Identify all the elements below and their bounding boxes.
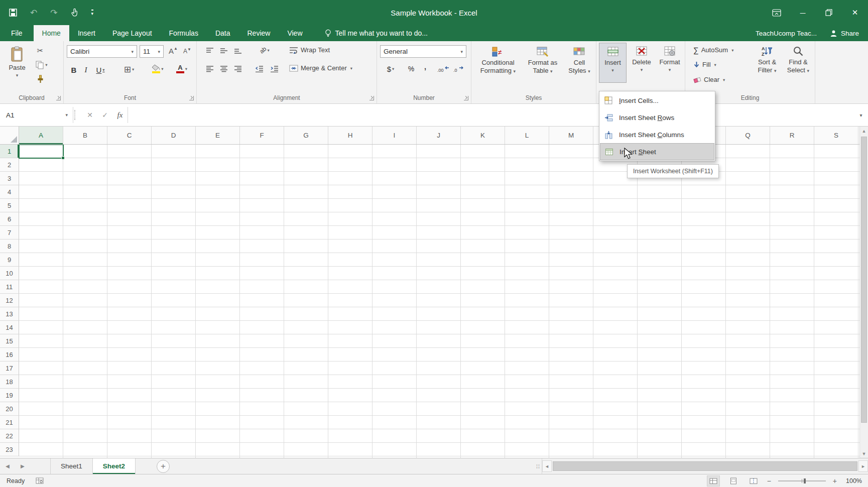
zoom-level[interactable]: 100%	[844, 477, 862, 484]
macro-record-icon[interactable]	[36, 477, 44, 484]
merge-center-button[interactable]: Merge & Center ▾	[289, 64, 352, 72]
bottom-align-button[interactable]	[232, 45, 244, 56]
name-box-dropdown-arrow[interactable]: ▾	[65, 112, 68, 117]
borders-dropdown-arrow[interactable]: ▾	[132, 67, 134, 72]
active-cell-selection[interactable]	[19, 145, 64, 159]
cell-styles-dropdown-arrow[interactable]: ▾	[588, 69, 590, 74]
enter-formula-icon[interactable]: ✓	[97, 104, 112, 126]
column-header-i[interactable]: I	[373, 127, 417, 144]
copy-button[interactable]: ▾	[33, 59, 50, 70]
scroll-left-arrow[interactable]: ◄	[542, 460, 552, 472]
tab-page-layout[interactable]: Page Layout	[104, 25, 161, 41]
row-header-13[interactable]: 13	[0, 307, 19, 321]
percent-style-button[interactable]: %	[405, 63, 417, 74]
row-header-1[interactable]: 1	[0, 145, 19, 158]
zoom-in-button[interactable]: +	[833, 477, 837, 485]
row-header-4[interactable]: 4	[0, 185, 19, 199]
expand-formula-bar-icon[interactable]: ▾	[854, 104, 868, 126]
column-header-f[interactable]: F	[240, 127, 284, 144]
row-header-6[interactable]: 6	[0, 212, 19, 226]
format-as-table-dropdown-arrow[interactable]: ▾	[550, 69, 553, 74]
font-size-combo[interactable]: 11▾	[140, 45, 164, 58]
row-header-14[interactable]: 14	[0, 321, 19, 334]
fill-button[interactable]: Fill ▾	[693, 61, 716, 68]
tab-splitter-handle[interactable]: ⁞⁞	[535, 458, 542, 474]
insert-function-button[interactable]: fx	[112, 104, 128, 126]
column-header-c[interactable]: C	[107, 127, 152, 144]
underline-button[interactable]: U▾	[92, 64, 109, 75]
row-header-11[interactable]: 11	[0, 280, 19, 294]
alignment-dialog-launcher[interactable]	[369, 96, 374, 100]
row-header-3[interactable]: 3	[0, 172, 19, 185]
align-left-button[interactable]	[204, 63, 216, 74]
row-header-9[interactable]: 9	[0, 253, 19, 267]
align-center-button[interactable]	[218, 63, 230, 74]
column-header-d[interactable]: D	[152, 127, 196, 144]
conditional-formatting-dropdown-arrow[interactable]: ▾	[514, 69, 516, 74]
merge-center-dropdown-arrow[interactable]: ▾	[350, 66, 352, 71]
share-button[interactable]: Share	[830, 30, 859, 37]
increase-font-size-button[interactable]: A▲	[167, 45, 179, 56]
copy-dropdown-arrow[interactable]: ▾	[45, 62, 47, 67]
tab-file[interactable]: File	[0, 25, 34, 41]
format-as-table-button[interactable]: Format asTable ▾	[524, 43, 562, 85]
find-select-button[interactable]: Find &Select ▾	[784, 43, 813, 85]
tab-formulas[interactable]: Formulas	[161, 25, 207, 41]
comma-style-button[interactable]: ,	[419, 60, 431, 71]
column-header-l[interactable]: L	[505, 127, 549, 144]
column-header-k[interactable]: K	[461, 127, 505, 144]
cell-styles-button[interactable]: CellStyles ▾	[564, 43, 595, 85]
font-size-dropdown-arrow[interactable]: ▾	[158, 49, 160, 54]
increase-indent-button[interactable]	[268, 63, 280, 74]
sheet-tab-sheet2[interactable]: Sheet2	[93, 458, 136, 474]
top-align-button[interactable]	[204, 45, 216, 56]
row-header-17[interactable]: 17	[0, 361, 19, 375]
row-header-23[interactable]: 23	[0, 443, 19, 456]
row-header-12[interactable]: 12	[0, 294, 19, 307]
close-icon[interactable]: ✕	[842, 0, 868, 25]
font-color-button[interactable]: A ▾	[172, 63, 191, 74]
menu-item-insert-sheet-columns[interactable]: Insert Sheet Columns	[600, 126, 714, 143]
new-sheet-button[interactable]: +	[157, 460, 170, 473]
number-format-dropdown-arrow[interactable]: ▾	[460, 49, 463, 54]
ribbon-display-options-icon[interactable]	[764, 0, 790, 25]
fill-color-dropdown-arrow[interactable]: ▾	[161, 66, 163, 71]
horizontal-scrollbar[interactable]: ◄ ►	[542, 458, 868, 474]
format-cells-button[interactable]: Format ▾	[657, 43, 683, 83]
touch-mode-icon[interactable]	[71, 9, 78, 17]
column-header-q[interactable]: Q	[726, 127, 770, 144]
page-layout-view-button[interactable]	[727, 475, 740, 486]
column-header-r[interactable]: R	[770, 127, 814, 144]
autosum-dropdown-arrow[interactable]: ▾	[731, 48, 733, 53]
page-break-view-button[interactable]	[747, 475, 760, 486]
formula-input[interactable]	[128, 104, 854, 126]
decrease-indent-button[interactable]	[253, 63, 265, 74]
normal-view-button[interactable]	[707, 475, 720, 486]
clear-button[interactable]: Clear ▾	[693, 76, 725, 83]
paste-button[interactable]: Paste ▾	[4, 43, 30, 84]
tab-review[interactable]: Review	[239, 25, 279, 41]
select-all-corner[interactable]	[0, 127, 19, 144]
row-header-5[interactable]: 5	[0, 199, 19, 212]
customize-quick-access-icon[interactable]: ▾	[91, 10, 94, 16]
conditional-formatting-button[interactable]: ≠ ConditionalFormatting ▾	[474, 43, 522, 85]
column-header-e[interactable]: E	[196, 127, 240, 144]
sort-filter-dropdown-arrow[interactable]: ▾	[774, 68, 777, 73]
column-header-b[interactable]: B	[63, 127, 107, 144]
menu-item-insert-sheet[interactable]: Insert Sheet	[600, 143, 714, 160]
number-dialog-launcher[interactable]	[464, 96, 468, 100]
font-name-dropdown-arrow[interactable]: ▾	[131, 49, 134, 54]
account-name[interactable]: TeachUcomp Teac...	[756, 30, 817, 37]
fill-dropdown-arrow[interactable]: ▾	[714, 62, 716, 67]
font-name-combo[interactable]: Calibri▾	[67, 45, 137, 58]
font-color-dropdown-arrow[interactable]: ▾	[185, 66, 187, 71]
clear-dropdown-arrow[interactable]: ▾	[723, 77, 725, 82]
insert-dropdown-arrow[interactable]: ▾	[611, 68, 614, 73]
menu-item-insert-sheet-rows[interactable]: Insert Sheet Rows	[600, 109, 714, 126]
font-dialog-launcher[interactable]	[189, 96, 194, 100]
row-header-8[interactable]: 8	[0, 239, 19, 253]
column-header-a[interactable]: A	[19, 127, 63, 144]
bold-button[interactable]: B	[68, 64, 80, 75]
autosum-button[interactable]: ∑ AutoSum ▾	[693, 46, 733, 54]
scroll-up-arrow[interactable]: ▲	[860, 127, 868, 135]
